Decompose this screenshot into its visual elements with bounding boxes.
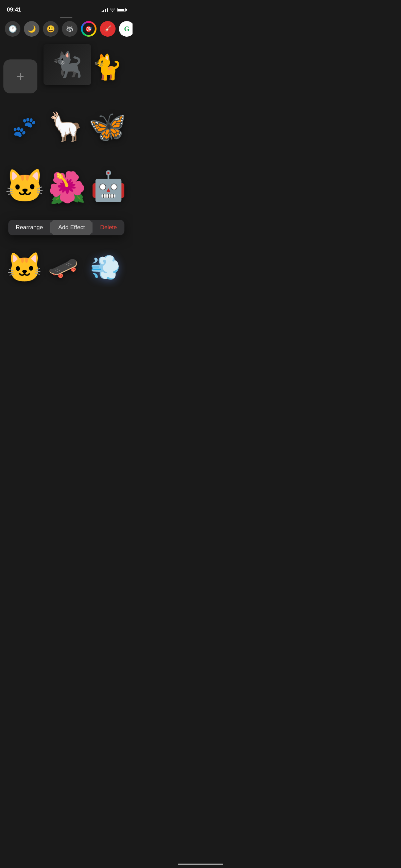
- app-icons-row: 🕐 🌙 😃 🦝 🎯 🎸 G ●: [0, 21, 133, 37]
- status-time: 09:41: [7, 6, 21, 13]
- menu-rearrange[interactable]: Rearrange: [8, 220, 50, 235]
- sticker-skateboarder[interactable]: 🛹: [45, 243, 81, 287]
- add-sticker-button[interactable]: +: [3, 59, 37, 93]
- wifi-icon: [110, 8, 115, 12]
- sticker-smoke[interactable]: 💨: [81, 249, 129, 286]
- sticker-black-cat[interactable]: 🐈‍⬛: [43, 44, 91, 85]
- app-icon-animal[interactable]: 🦝: [62, 21, 77, 37]
- menu-delete[interactable]: Delete: [93, 220, 124, 235]
- sticker-flower[interactable]: 🌺: [46, 163, 88, 212]
- sticker-llama[interactable]: 🦙: [45, 100, 86, 154]
- app-icon-recent[interactable]: 🕐: [5, 21, 20, 37]
- app-icon-activity[interactable]: 🎯: [81, 21, 97, 37]
- context-menu: Rearrange Add Effect Delete: [8, 220, 124, 235]
- sticker-sleeping-cats[interactable]: 🐾: [3, 106, 45, 147]
- status-bar: 09:41: [0, 0, 133, 15]
- sticker-butterfly[interactable]: 🦋: [86, 105, 129, 149]
- sticker-robot[interactable]: 🤖: [88, 156, 129, 216]
- app-icon-g[interactable]: G: [119, 21, 133, 37]
- sticker-gray-cat-sitting[interactable]: 🐈: [87, 41, 127, 93]
- app-icon-moon[interactable]: 🌙: [24, 21, 39, 37]
- stickers-area: + 🐈‍⬛ 🐈 🐾: [0, 41, 133, 287]
- drag-handle[interactable]: [60, 17, 72, 18]
- sticker-white-cat[interactable]: 🐱: [3, 239, 45, 287]
- sticker-row-3: 🐱 🌺 🤖 Rearrange: [3, 156, 129, 219]
- sticker-cat-face[interactable]: 🐱: [3, 156, 46, 216]
- menu-add-effect[interactable]: Add Effect: [51, 220, 92, 235]
- stickers-scroll[interactable]: + 🐈‍⬛ 🐈 🐾: [0, 41, 133, 287]
- app-icon-guitar[interactable]: 🎸: [100, 21, 116, 37]
- app-icon-emoji[interactable]: 😃: [43, 21, 58, 37]
- signal-icon: [102, 8, 108, 12]
- battery-icon: [117, 8, 126, 12]
- status-icons: [102, 8, 126, 12]
